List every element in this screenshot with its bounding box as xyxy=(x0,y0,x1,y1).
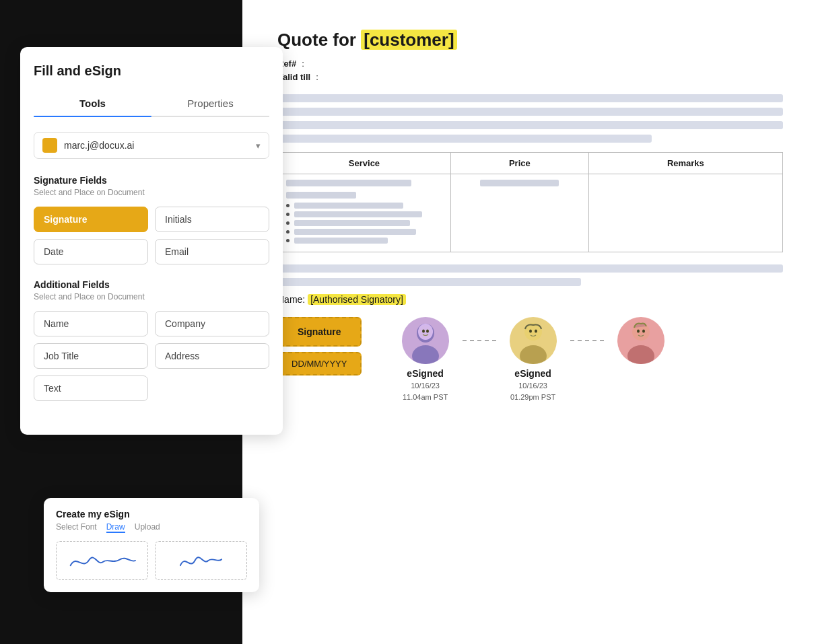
company-field-btn[interactable]: Company xyxy=(155,311,269,336)
doc-paper: Quote for [customer] Ref# : Valid till :… xyxy=(242,0,818,644)
esign-tab-upload[interactable]: Upload xyxy=(135,522,160,533)
additional-fields-title: Additional Fields xyxy=(34,279,269,290)
svg-point-3 xyxy=(419,325,432,338)
esign-sig-box-1[interactable] xyxy=(56,541,148,580)
svg-point-6 xyxy=(520,345,547,364)
service-bullet-3 xyxy=(286,220,442,226)
esigned-date-1: 10/16/23 11.04am PST xyxy=(403,380,448,402)
doc-title-highlight: [customer] xyxy=(361,30,456,50)
ref-colon: : xyxy=(302,59,304,69)
service-bullet-2 xyxy=(286,211,442,217)
esign-tab-draw[interactable]: Draw xyxy=(106,522,125,533)
signature-field-btn[interactable]: Signature xyxy=(34,207,148,232)
user-select-dropdown[interactable]: marc.j@docux.ai ▾ xyxy=(34,132,269,159)
signature-fields-grid: Signature Initials Date Email xyxy=(34,207,269,264)
esigned-item-2: eSigned 10/16/23 01.29pm PST xyxy=(496,317,570,402)
bullet-dot xyxy=(286,221,289,225)
tab-tools[interactable]: Tools xyxy=(34,92,151,116)
table-header-service: Service xyxy=(278,153,451,174)
tab-properties[interactable]: Properties xyxy=(151,92,269,116)
bottom-placeholder-lines xyxy=(277,264,783,286)
doc-date-btn[interactable]: DD/MM/YYYY xyxy=(277,352,362,375)
doc-title-prefix: Quote for xyxy=(277,30,361,50)
signature-fields-sub: Select and Place on Document xyxy=(34,188,269,197)
esign-sig-drawing-1 xyxy=(62,548,142,573)
bullet-dot xyxy=(286,230,289,234)
avatar-svg-1 xyxy=(405,317,446,364)
esigned-label-2: eSigned xyxy=(514,368,551,379)
bottom-pl-2 xyxy=(277,278,581,286)
email-field-btn[interactable]: Email xyxy=(155,239,269,264)
initials-field-btn[interactable]: Initials xyxy=(155,207,269,232)
service-bullet-4 xyxy=(286,229,442,235)
job-title-field-btn[interactable]: Job Title xyxy=(34,343,148,369)
svg-point-8 xyxy=(529,330,532,333)
signature-fields-title: Signature Fields xyxy=(34,175,269,186)
svg-point-12 xyxy=(637,330,640,333)
panel-title: Fill and eSign xyxy=(34,63,269,79)
valid-colon: : xyxy=(316,72,318,82)
esign-title: Create my eSign xyxy=(56,509,247,520)
address-field-btn[interactable]: Address xyxy=(155,343,269,369)
doc-valid: Valid till : xyxy=(277,72,783,82)
svg-point-13 xyxy=(642,330,645,333)
service-pl-1 xyxy=(286,180,411,186)
esigned-item-1: eSigned 10/16/23 11.04am PST xyxy=(388,317,463,402)
bullet-dot xyxy=(286,213,289,216)
user-avatar xyxy=(42,138,57,153)
table-cell-price xyxy=(450,174,588,252)
name-field-btn[interactable]: Name xyxy=(34,311,148,336)
service-table: Service Price Remarks xyxy=(277,152,783,252)
placeholder-block-top xyxy=(277,94,783,143)
esigned-avatar-3 xyxy=(617,317,664,364)
name-highlight: [Authorised Signatory] xyxy=(308,294,406,305)
esign-sig-box-2[interactable] xyxy=(155,541,247,580)
placeholder-line-4 xyxy=(277,135,652,143)
additional-fields-grid: Name Company Job Title Address Text xyxy=(34,311,269,401)
doc-ref: Ref# : xyxy=(277,59,783,69)
bottom-pl-1 xyxy=(277,264,783,273)
user-email: marc.j@docux.ai xyxy=(64,140,256,151)
avatar-svg-2 xyxy=(513,317,553,364)
esigned-row: eSigned 10/16/23 11.04am PST xyxy=(388,317,678,402)
sig-block: Signature DD/MM/YYYY xyxy=(277,317,362,375)
doc-title: Quote for [customer] xyxy=(277,30,783,50)
bullet-dot xyxy=(286,204,289,207)
doc-signature-btn[interactable]: Signature xyxy=(277,317,362,347)
placeholder-line-3 xyxy=(277,121,783,129)
service-bullet-5 xyxy=(286,238,442,244)
esigned-date-2: 10/16/23 01.29pm PST xyxy=(510,380,555,402)
svg-point-10 xyxy=(627,345,654,364)
dashed-connector-1 xyxy=(463,340,496,341)
bullet-dot xyxy=(286,239,289,242)
esigned-avatar-1 xyxy=(402,317,449,364)
svg-point-9 xyxy=(535,330,537,333)
dashed-connector-2 xyxy=(570,340,604,341)
table-cell-service xyxy=(278,174,451,252)
esigned-item-3 xyxy=(604,317,678,369)
placeholder-line-1 xyxy=(277,94,783,102)
esign-sig-drawing-2 xyxy=(161,548,241,573)
price-pl xyxy=(480,180,559,186)
fill-esign-panel: Fill and eSign Tools Properties marc.j@d… xyxy=(20,47,283,435)
esigned-label-1: eSigned xyxy=(407,368,443,379)
date-field-btn[interactable]: Date xyxy=(34,239,148,264)
placeholder-line-2 xyxy=(277,108,783,116)
service-pl-2 xyxy=(286,192,356,199)
esign-tab-font[interactable]: Select Font xyxy=(56,522,97,533)
table-header-price: Price xyxy=(450,153,588,174)
svg-point-1 xyxy=(412,345,439,364)
text-field-btn[interactable]: Text xyxy=(34,375,148,401)
document-area: Quote for [customer] Ref# : Valid till :… xyxy=(242,0,818,644)
table-row xyxy=(278,174,783,252)
svg-point-4 xyxy=(422,330,425,333)
signature-area: Signature DD/MM/YYYY xyxy=(277,317,783,402)
create-esign-panel: Create my eSign Select Font Draw Upload xyxy=(44,498,259,592)
avatar-svg-3 xyxy=(621,317,661,364)
service-bullet-1 xyxy=(286,203,442,209)
table-header-remarks: Remarks xyxy=(588,153,782,174)
name-line: Name: [Authorised Signatory] xyxy=(277,294,783,305)
chevron-down-icon: ▾ xyxy=(256,141,261,151)
esigned-avatar-2 xyxy=(510,317,557,364)
additional-fields-sub: Select and Place on Document xyxy=(34,292,269,301)
